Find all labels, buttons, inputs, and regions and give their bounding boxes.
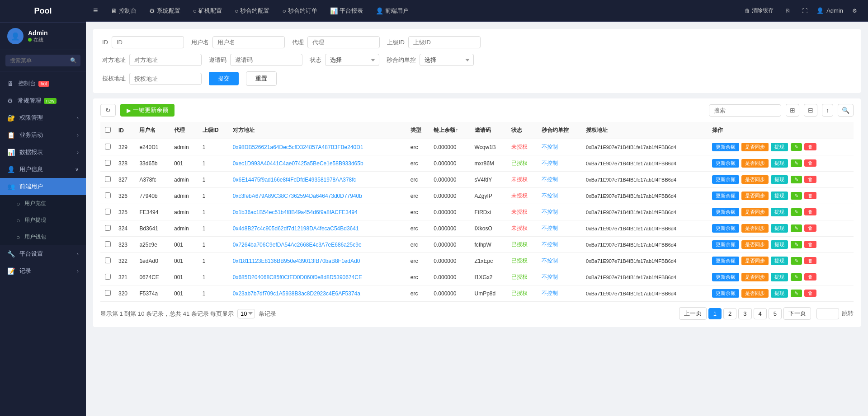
sidebar-item-general[interactable]: ⚙ 常规管理 new	[0, 92, 86, 109]
filter-invite-code-input[interactable]	[230, 54, 302, 66]
filter-superior-input[interactable]	[408, 36, 481, 48]
flash-control-tag[interactable]: 不控制	[542, 160, 558, 166]
update-balance-btn[interactable]: 更新余额	[712, 192, 739, 200]
reset-button[interactable]: 重置	[246, 71, 277, 86]
clear-cache-btn[interactable]: 🗑 清除缓存	[741, 5, 777, 16]
sidebar-item-platform-settings[interactable]: 🔧 平台设置 ›	[0, 245, 86, 262]
edit-btn[interactable]: ✎	[791, 176, 802, 183]
sidebar-item-user-info[interactable]: 👤 用户信息 ∨	[0, 161, 86, 178]
update-balance-btn[interactable]: 更新余额	[712, 257, 739, 265]
sidebar-item-data-report[interactable]: 📊 数据报表 ›	[0, 144, 86, 161]
edit-btn[interactable]: ✎	[791, 208, 802, 216]
edit-btn[interactable]: ✎	[791, 159, 802, 167]
page-jump-input[interactable]	[816, 308, 839, 319]
delete-btn[interactable]: 🗑	[804, 224, 816, 232]
row-select-checkbox[interactable]	[105, 241, 111, 247]
prev-page-btn[interactable]: 上一页	[679, 307, 707, 320]
filter-counterparty-input[interactable]	[129, 54, 202, 66]
flash-control-tag[interactable]: 不控制	[542, 241, 558, 248]
update-balance-btn[interactable]: 更新余额	[712, 208, 739, 216]
per-page-select[interactable]: 10 20 50	[237, 309, 255, 318]
withdraw-btn[interactable]: 提现	[771, 240, 788, 249]
list-view-btn[interactable]: ⊟	[804, 104, 817, 117]
sync-btn[interactable]: 是否同步	[741, 273, 769, 281]
address-link[interactable]: 0x6E14475f9ad166e8f4FcDfdE493581978AA378…	[233, 177, 356, 183]
nav-item-console[interactable]: 🖥 控制台	[105, 4, 142, 18]
submit-button[interactable]: 提交	[209, 72, 239, 85]
delete-btn[interactable]: 🗑	[804, 241, 816, 248]
filter-status-select[interactable]: 选择 已授权 未授权	[325, 54, 379, 66]
sync-btn[interactable]: 是否同步	[741, 257, 769, 265]
update-balance-btn[interactable]: 更新余额	[712, 143, 739, 151]
row-select-checkbox[interactable]	[105, 225, 111, 231]
delete-btn[interactable]: 🗑	[804, 257, 816, 264]
flash-control-tag[interactable]: 不控制	[542, 209, 558, 215]
filter-id-input[interactable]	[112, 36, 184, 48]
delete-btn[interactable]: 🗑	[804, 290, 816, 297]
sync-btn[interactable]: 是否同步	[741, 143, 769, 151]
update-balance-btn[interactable]: 更新余额	[712, 159, 739, 168]
edit-btn[interactable]: ✎	[791, 273, 802, 281]
admin-info[interactable]: 👤 Admin	[816, 7, 843, 14]
edit-btn[interactable]: ✎	[791, 143, 802, 151]
sidebar-item-user-wallet[interactable]: ○ 用户钱包	[0, 229, 86, 245]
update-balance-btn[interactable]: 更新余额	[712, 175, 739, 184]
row-select-checkbox[interactable]	[105, 290, 111, 296]
update-balance-btn[interactable]: 更新余额	[712, 224, 739, 233]
delete-btn[interactable]: 🗑	[804, 208, 816, 215]
filter-username-input[interactable]	[212, 36, 285, 48]
sidebar-item-permission[interactable]: 🔐 权限管理 ›	[0, 109, 86, 126]
update-all-button[interactable]: ▶ 一键更新余额	[120, 104, 175, 117]
filter-auth-input[interactable]	[129, 73, 202, 85]
next-page-btn[interactable]: 下一页	[783, 307, 811, 320]
nav-item-platform-report[interactable]: 📊 平台报表	[325, 4, 368, 18]
flash-control-tag[interactable]: 不控制	[542, 176, 558, 182]
address-link[interactable]: 0xc3febA679A89C38C7362594Da646473d0D7794…	[233, 193, 362, 199]
sync-btn[interactable]: 是否同步	[741, 208, 769, 216]
search-table-btn[interactable]: 🔍	[838, 104, 854, 117]
delete-btn[interactable]: 🗑	[804, 159, 816, 167]
edit-btn[interactable]: ✎	[791, 241, 802, 248]
address-link[interactable]: 0x685D204068C85f0CfED0D060f0e8d8D5390674…	[233, 274, 362, 280]
address-link[interactable]: 0x23ab7b7df709c1A5938B3ac8D2923c4E6AF537…	[233, 290, 360, 297]
refresh-button[interactable]: ↻	[100, 104, 116, 117]
sync-btn[interactable]: 是否同步	[741, 192, 769, 200]
sync-btn[interactable]: 是否同步	[741, 159, 769, 168]
filter-flash-select[interactable]: 选择 控制 不控制	[420, 54, 474, 66]
delete-btn[interactable]: 🗑	[804, 192, 816, 199]
sync-btn[interactable]: 是否同步	[741, 240, 769, 249]
withdraw-btn[interactable]: 提现	[771, 224, 788, 233]
filter-agent-input[interactable]	[307, 36, 380, 48]
row-select-checkbox[interactable]	[105, 176, 111, 182]
sync-btn[interactable]: 是否同步	[741, 289, 769, 298]
address-link[interactable]: 0xf1811123E8136BB950e439013fB70baB8F1edA…	[233, 258, 360, 264]
edit-btn[interactable]: ✎	[791, 257, 802, 265]
grid-view-btn[interactable]: ⊞	[786, 104, 799, 117]
flash-control-tag[interactable]: 不控制	[542, 144, 558, 150]
page-btn-4[interactable]: 4	[754, 308, 767, 319]
page-btn-1[interactable]: 1	[708, 308, 722, 319]
address-link[interactable]: 0x7264ba706C9efDA54Ac2668E4c3A7eE686a25c…	[233, 242, 362, 248]
row-select-checkbox[interactable]	[105, 257, 111, 263]
row-select-checkbox[interactable]	[105, 192, 111, 198]
withdraw-btn[interactable]: 提现	[771, 208, 788, 216]
delete-btn[interactable]: 🗑	[804, 176, 816, 183]
sidebar-item-dashboard[interactable]: 🖥 控制台 hot	[0, 75, 86, 92]
sync-btn[interactable]: 是否同步	[741, 175, 769, 184]
withdraw-btn[interactable]: 提现	[771, 175, 788, 184]
row-select-checkbox[interactable]	[105, 160, 111, 166]
address-link[interactable]: 0x98DB526621a64Dec5cfD324857A487B3FBe240…	[233, 144, 363, 150]
nav-item-flash-config[interactable]: ○ 秒合约配置	[229, 4, 275, 18]
fullscreen-btn[interactable]: ⛶	[798, 6, 811, 16]
withdraw-btn[interactable]: 提现	[771, 143, 788, 151]
withdraw-btn[interactable]: 提现	[771, 159, 788, 168]
page-btn-5[interactable]: 5	[769, 308, 782, 319]
withdraw-btn[interactable]: 提现	[771, 289, 788, 298]
delete-btn[interactable]: 🗑	[804, 143, 816, 150]
sidebar-item-user-withdraw[interactable]: ○ 用户提现	[0, 212, 86, 229]
update-balance-btn[interactable]: 更新余额	[712, 289, 739, 298]
flash-control-tag[interactable]: 不控制	[542, 225, 558, 231]
update-balance-btn[interactable]: 更新余额	[712, 240, 739, 249]
sidebar-item-records[interactable]: 📝 记录 ›	[0, 262, 86, 280]
select-all-checkbox[interactable]	[105, 127, 111, 133]
